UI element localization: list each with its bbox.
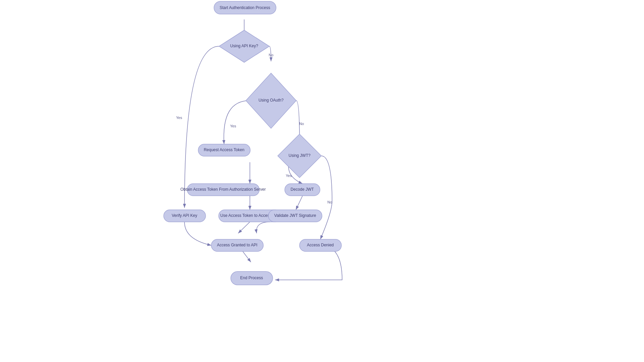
label-no-jwt: No bbox=[327, 200, 332, 204]
arrow-validate-granted bbox=[257, 222, 270, 233]
arrow-decode-validate bbox=[296, 196, 303, 210]
verify-apikey-label: Verify API Key bbox=[172, 213, 197, 218]
label-yes-oauth: Yes bbox=[230, 124, 236, 128]
access-granted-label: Access Granted to API bbox=[217, 243, 258, 247]
arrow-oauth-yes bbox=[224, 101, 250, 144]
oauth-label: Using OAuth? bbox=[259, 98, 284, 103]
end-process-label: End Process bbox=[240, 276, 263, 280]
arrow-use-granted bbox=[238, 222, 250, 233]
arrow-verify-granted bbox=[184, 222, 211, 245]
obtain-token-label: Obtain Access Token From Authorization S… bbox=[180, 187, 266, 192]
flowchart-container: No Yes Yes No Yes No S bbox=[0, 0, 644, 362]
arrow-jwt-no bbox=[320, 156, 332, 239]
apikey-label: Using API Key? bbox=[230, 44, 258, 48]
validate-jwt-label: Validate JWT Signature bbox=[274, 213, 316, 218]
label-no-oauth: No bbox=[299, 122, 304, 126]
label-no-apikey: No bbox=[269, 53, 273, 57]
jwt-label: Using JWT? bbox=[288, 153, 311, 158]
access-denied-label: Access Denied bbox=[307, 243, 334, 247]
label-yes-apikey: Yes bbox=[176, 116, 182, 120]
label-yes-jwt: Yes bbox=[286, 174, 292, 178]
start-label: Start Authentication Process bbox=[220, 5, 270, 10]
request-token-label: Request Access Token bbox=[204, 147, 244, 152]
decode-jwt-label: Decode JWT bbox=[290, 187, 314, 192]
